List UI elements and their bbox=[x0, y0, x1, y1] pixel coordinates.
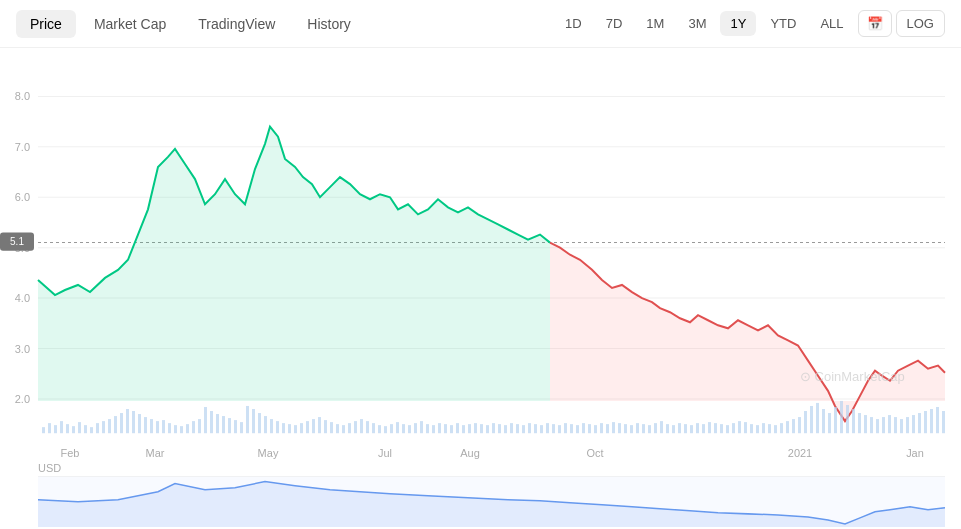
page-container: Price Market Cap TradingView History 1D … bbox=[0, 0, 961, 529]
svg-rect-142 bbox=[774, 425, 777, 433]
svg-rect-137 bbox=[744, 422, 747, 433]
time-btn-ytd[interactable]: YTD bbox=[760, 11, 806, 36]
svg-rect-151 bbox=[828, 413, 831, 433]
tab-market-cap[interactable]: Market Cap bbox=[80, 10, 180, 38]
top-bar: Price Market Cap TradingView History 1D … bbox=[0, 0, 961, 48]
svg-rect-138 bbox=[750, 424, 753, 433]
calendar-button[interactable]: 📅 bbox=[858, 10, 892, 37]
svg-rect-152 bbox=[834, 407, 837, 433]
svg-text:4.0: 4.0 bbox=[15, 292, 30, 304]
svg-rect-52 bbox=[234, 420, 237, 433]
svg-text:Jan: Jan bbox=[906, 447, 924, 459]
svg-rect-65 bbox=[312, 419, 315, 433]
svg-rect-87 bbox=[444, 424, 447, 433]
time-controls: 1D 7D 1M 3M 1Y YTD ALL 📅 LOG bbox=[555, 10, 945, 37]
svg-rect-38 bbox=[150, 419, 153, 433]
svg-rect-102 bbox=[534, 424, 537, 433]
svg-rect-135 bbox=[732, 423, 735, 433]
tab-history[interactable]: History bbox=[293, 10, 365, 38]
svg-text:3.0: 3.0 bbox=[15, 342, 30, 354]
svg-rect-98 bbox=[510, 423, 513, 433]
main-chart-svg: 8.0 7.0 6.0 5.0 4.0 3.0 2.0 5.1 bbox=[0, 48, 961, 529]
svg-rect-122 bbox=[654, 423, 657, 433]
svg-rect-103 bbox=[540, 425, 543, 433]
svg-rect-170 bbox=[942, 411, 945, 433]
svg-rect-53 bbox=[240, 422, 243, 433]
time-btn-1y[interactable]: 1Y bbox=[720, 11, 756, 36]
time-btn-all[interactable]: ALL bbox=[810, 11, 853, 36]
svg-rect-167 bbox=[924, 411, 927, 433]
svg-rect-57 bbox=[264, 416, 267, 433]
svg-rect-121 bbox=[648, 425, 651, 433]
svg-rect-128 bbox=[690, 425, 693, 433]
svg-rect-23 bbox=[60, 421, 63, 433]
svg-rect-84 bbox=[426, 424, 429, 433]
svg-rect-25 bbox=[72, 426, 75, 433]
svg-text:8.0: 8.0 bbox=[15, 90, 30, 102]
svg-rect-169 bbox=[936, 407, 939, 433]
svg-rect-79 bbox=[396, 422, 399, 433]
svg-rect-131 bbox=[708, 422, 711, 433]
svg-rect-149 bbox=[816, 403, 819, 433]
time-btn-1d[interactable]: 1D bbox=[555, 11, 592, 36]
svg-rect-144 bbox=[786, 421, 789, 433]
svg-rect-105 bbox=[552, 424, 555, 433]
svg-rect-153 bbox=[840, 401, 843, 433]
svg-rect-33 bbox=[120, 413, 123, 433]
svg-rect-72 bbox=[354, 421, 357, 433]
svg-text:6.0: 6.0 bbox=[15, 191, 30, 203]
svg-rect-94 bbox=[486, 425, 489, 433]
svg-rect-163 bbox=[900, 419, 903, 433]
svg-rect-32 bbox=[114, 416, 117, 433]
svg-rect-74 bbox=[366, 421, 369, 433]
svg-rect-56 bbox=[258, 413, 261, 433]
svg-text:5.1: 5.1 bbox=[10, 236, 24, 247]
log-button[interactable]: LOG bbox=[896, 10, 945, 37]
svg-rect-59 bbox=[276, 421, 279, 433]
svg-rect-24 bbox=[66, 424, 69, 433]
svg-text:USD: USD bbox=[38, 461, 61, 473]
svg-rect-96 bbox=[498, 424, 501, 433]
svg-rect-156 bbox=[858, 413, 861, 433]
svg-rect-35 bbox=[132, 411, 135, 433]
svg-rect-21 bbox=[48, 423, 51, 433]
time-btn-3m[interactable]: 3M bbox=[678, 11, 716, 36]
svg-rect-36 bbox=[138, 414, 141, 433]
svg-rect-159 bbox=[876, 419, 879, 433]
svg-rect-100 bbox=[522, 425, 525, 433]
svg-rect-70 bbox=[342, 425, 345, 433]
svg-rect-124 bbox=[666, 424, 669, 433]
svg-rect-54 bbox=[246, 406, 249, 433]
svg-rect-43 bbox=[180, 426, 183, 433]
svg-rect-88 bbox=[450, 425, 453, 433]
svg-rect-39 bbox=[156, 421, 159, 433]
tab-price[interactable]: Price bbox=[16, 10, 76, 38]
svg-text:Jul: Jul bbox=[378, 447, 392, 459]
tab-bar: Price Market Cap TradingView History bbox=[16, 10, 365, 38]
svg-rect-108 bbox=[570, 424, 573, 433]
svg-rect-140 bbox=[762, 423, 765, 433]
svg-rect-106 bbox=[558, 425, 561, 433]
svg-rect-28 bbox=[90, 427, 93, 433]
tab-trading-view[interactable]: TradingView bbox=[184, 10, 289, 38]
time-btn-7d[interactable]: 7D bbox=[596, 11, 633, 36]
svg-rect-77 bbox=[384, 426, 387, 433]
svg-rect-89 bbox=[456, 423, 459, 433]
time-btn-1m[interactable]: 1M bbox=[636, 11, 674, 36]
svg-rect-92 bbox=[474, 423, 477, 433]
svg-rect-78 bbox=[390, 424, 393, 433]
svg-rect-49 bbox=[216, 414, 219, 433]
svg-rect-101 bbox=[528, 423, 531, 433]
svg-rect-97 bbox=[504, 425, 507, 433]
svg-rect-90 bbox=[462, 425, 465, 433]
svg-rect-116 bbox=[618, 423, 621, 433]
svg-rect-83 bbox=[420, 421, 423, 433]
svg-rect-127 bbox=[684, 424, 687, 433]
svg-rect-73 bbox=[360, 419, 363, 433]
svg-rect-114 bbox=[606, 424, 609, 433]
svg-rect-42 bbox=[174, 425, 177, 433]
svg-rect-136 bbox=[738, 421, 741, 433]
svg-text:Oct: Oct bbox=[586, 447, 603, 459]
chart-area: 8.0 7.0 6.0 5.0 4.0 3.0 2.0 5.1 bbox=[0, 48, 961, 529]
svg-rect-126 bbox=[678, 423, 681, 433]
